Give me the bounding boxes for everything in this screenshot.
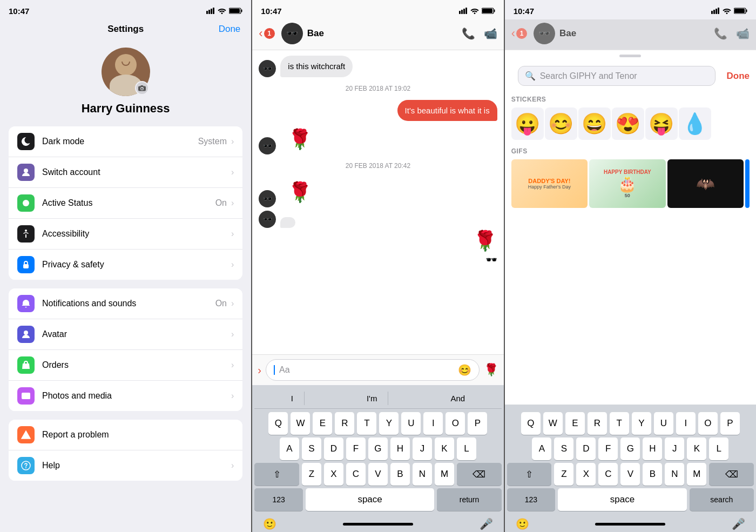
giphy-num-key[interactable]: 123 — [507, 488, 555, 511]
space-key[interactable]: space — [306, 488, 435, 511]
giphy-key-w[interactable]: W — [543, 412, 563, 435]
giphy-key-u[interactable]: U — [654, 412, 673, 435]
key-p[interactable]: P — [468, 412, 487, 435]
help-item[interactable]: Help › — [9, 450, 242, 481]
photos-item[interactable]: Photos and media › — [9, 381, 242, 411]
giphy-delete-key[interactable]: ⌫ — [709, 463, 754, 486]
giphy-mic-bar-icon[interactable]: 🎤 — [732, 517, 745, 530]
key-w[interactable]: W — [291, 412, 310, 435]
key-z[interactable]: Z — [302, 463, 321, 486]
gif-1[interactable]: DADDY'S DAY! Happy Father's Day — [511, 159, 588, 208]
giphy-search-input[interactable]: Search GIPHY and Tenor — [540, 71, 709, 81]
giphy-key-d[interactable]: D — [576, 437, 596, 460]
switch-account-item[interactable]: Switch account › — [9, 157, 242, 188]
key-s[interactable]: S — [302, 437, 321, 460]
key-q[interactable]: Q — [268, 412, 288, 435]
sticker-1[interactable]: 😛 — [511, 107, 544, 140]
gif-4[interactable] — [745, 159, 750, 208]
key-c[interactable]: C — [346, 463, 366, 486]
key-y[interactable]: Y — [379, 412, 399, 435]
sticker-6[interactable]: 💧 — [679, 107, 711, 140]
key-d[interactable]: D — [324, 437, 343, 460]
video-call-button[interactable]: 📹 — [484, 27, 497, 40]
giphy-shift-key[interactable]: ⇧ — [507, 463, 552, 486]
shift-key[interactable]: ⇧ — [254, 463, 299, 486]
phone-call-button[interactable]: 📞 — [462, 27, 475, 40]
message-input-field[interactable]: Aa 😊 — [266, 359, 480, 381]
return-key[interactable]: return — [437, 488, 501, 511]
giphy-key-b[interactable]: B — [643, 463, 662, 486]
key-n[interactable]: N — [413, 463, 432, 486]
key-v[interactable]: V — [368, 463, 388, 486]
giphy-emoji-bar-icon[interactable]: 🙂 — [516, 517, 529, 530]
delete-key[interactable]: ⌫ — [457, 463, 502, 486]
giphy-key-j[interactable]: J — [665, 437, 684, 460]
giphy-key-q[interactable]: Q — [521, 412, 541, 435]
giphy-key-l[interactable]: L — [709, 437, 728, 460]
sticker-4[interactable]: 😍 — [612, 107, 644, 140]
chat-back-button[interactable]: ‹ 1 — [259, 26, 274, 41]
key-h[interactable]: H — [390, 437, 410, 460]
key-k[interactable]: K — [435, 437, 454, 460]
key-x[interactable]: X — [324, 463, 343, 486]
key-r[interactable]: R — [335, 412, 354, 435]
giphy-key-p[interactable]: P — [720, 412, 740, 435]
giphy-key-i[interactable]: I — [676, 412, 696, 435]
giphy-done-button[interactable]: Done — [726, 71, 750, 82]
expand-button[interactable]: › — [258, 364, 261, 376]
key-a[interactable]: A — [280, 437, 299, 460]
mic-bar-icon[interactable]: 🎤 — [480, 517, 493, 530]
sticker-5[interactable]: 😝 — [645, 107, 678, 140]
settings-done-button[interactable]: Done — [219, 24, 241, 35]
suggestion-2[interactable]: I'm — [356, 392, 389, 405]
avatar-item[interactable]: Avatar › — [9, 319, 242, 350]
sticker-button[interactable]: 🌹 — [484, 363, 498, 377]
giphy-key-k[interactable]: K — [687, 437, 706, 460]
giphy-key-e[interactable]: E — [565, 412, 585, 435]
key-f[interactable]: F — [346, 437, 366, 460]
emoji-bar-icon[interactable]: 🙂 — [263, 517, 276, 530]
key-t[interactable]: T — [357, 412, 376, 435]
giphy-key-f[interactable]: F — [598, 437, 618, 460]
giphy-back-button[interactable]: ‹ 1 — [511, 26, 527, 41]
giphy-key-y[interactable]: Y — [632, 412, 651, 435]
giphy-key-a[interactable]: A — [532, 437, 551, 460]
key-m[interactable]: M — [435, 463, 454, 486]
key-g[interactable]: G — [368, 437, 388, 460]
gif-2[interactable]: HAPPY BIRTHDAY 🎂 50 — [589, 159, 665, 208]
giphy-key-m[interactable]: M — [687, 463, 706, 486]
chat-contact-avatar[interactable]: 🕶️ — [281, 23, 303, 44]
emoji-button[interactable]: 😊 — [458, 363, 471, 376]
giphy-key-s[interactable]: S — [554, 437, 573, 460]
key-i[interactable]: I — [423, 412, 443, 435]
notifications-item[interactable]: Notifications and sounds On › — [9, 288, 242, 319]
orders-item[interactable]: Orders › — [9, 350, 242, 381]
num-key[interactable]: 123 — [254, 488, 302, 511]
sticker-3[interactable]: 😄 — [578, 107, 611, 140]
report-item[interactable]: Report a problem — [9, 420, 242, 450]
privacy-item[interactable]: Privacy & safety › — [9, 250, 242, 280]
giphy-return-key[interactable]: search — [690, 488, 754, 511]
giphy-space-key[interactable]: space — [558, 488, 687, 511]
key-l[interactable]: L — [457, 437, 476, 460]
giphy-key-c[interactable]: C — [598, 463, 618, 486]
key-e[interactable]: E — [313, 412, 332, 435]
suggestion-1[interactable]: I — [280, 392, 305, 405]
gif-3[interactable]: 🦇 — [667, 159, 744, 208]
dark-mode-item[interactable]: Dark mode System › — [9, 126, 242, 157]
chat-contact-name[interactable]: Bae — [307, 28, 462, 39]
key-o[interactable]: O — [446, 412, 465, 435]
giphy-key-n[interactable]: N — [665, 463, 684, 486]
giphy-key-x[interactable]: X — [576, 463, 596, 486]
key-b[interactable]: B — [390, 463, 410, 486]
giphy-key-h[interactable]: H — [643, 437, 662, 460]
giphy-key-o[interactable]: O — [698, 412, 718, 435]
sticker-2[interactable]: 😊 — [545, 107, 577, 140]
giphy-key-g[interactable]: G — [620, 437, 640, 460]
active-status-item[interactable]: Active Status On › — [9, 188, 242, 219]
giphy-search-bar[interactable]: 🔍 Search GIPHY and Tenor — [518, 66, 716, 86]
accessibility-item[interactable]: Accessibility › — [9, 219, 242, 250]
giphy-key-z[interactable]: Z — [554, 463, 573, 486]
key-u[interactable]: U — [401, 412, 421, 435]
giphy-key-v[interactable]: V — [620, 463, 640, 486]
